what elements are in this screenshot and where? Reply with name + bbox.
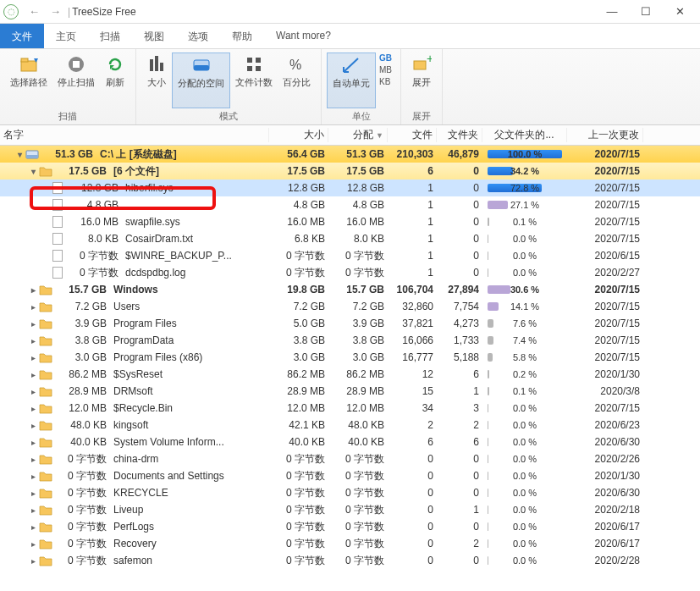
chevron-right-icon[interactable]: ▸ <box>27 302 39 312</box>
unit-mb[interactable]: MB <box>376 64 395 75</box>
table-row[interactable]: ▸0 字节数Liveup0 字节数0 字节数010.0 %2020/2/18 <box>0 501 700 518</box>
chevron-right-icon[interactable]: ▸ <box>27 370 39 379</box>
name-cell[interactable]: ▸3.9 GBProgram Files <box>0 318 269 329</box>
column-headers[interactable]: 名字 大小 分配 ▼ 文件 文件夹 父文件夹的... 上一次更改 <box>0 125 700 146</box>
auto-unit-button[interactable]: 自动单元 <box>327 52 376 108</box>
mode-size-button[interactable]: 大小 <box>141 52 172 108</box>
nav-fwd-icon[interactable]: → <box>45 5 66 18</box>
chevron-right-icon[interactable]: ▸ <box>27 455 39 464</box>
expand-button[interactable]: +展开 <box>406 52 437 108</box>
col-pct[interactable]: 父文件夹的... <box>482 128 567 142</box>
name-cell[interactable]: ▸3.0 GBProgram Files (x86) <box>0 351 269 363</box>
table-row[interactable]: ▸3.8 GBProgramData3.8 GB3.8 GB16,0661,73… <box>0 332 700 349</box>
name-cell[interactable]: ▸0 字节数china-drm <box>0 452 269 467</box>
mode-allocated-button[interactable]: 分配的空间 <box>172 52 230 108</box>
chevron-right-icon[interactable]: ▸ <box>27 438 39 447</box>
col-files[interactable]: 文件 <box>388 128 437 142</box>
table-row[interactable]: ▸0 字节数PerfLogs0 字节数0 字节数000.0 %2020/6/17 <box>0 518 700 535</box>
table-row[interactable]: ·8.0 KBCosairDram.txt6.8 KB8.0 KB100.0 %… <box>0 230 700 247</box>
table-row[interactable]: ▸0 字节数KRECYCLE0 字节数0 字节数000.0 %2020/6/30 <box>0 484 700 501</box>
table-row[interactable]: ·16.0 MBswapfile.sys16.0 MB16.0 MB100.1 … <box>0 213 700 230</box>
table-row[interactable]: ▸0 字节数safemon0 字节数0 字节数000.0 %2020/2/28 <box>0 552 700 569</box>
maximize-button[interactable]: ☐ <box>629 5 663 18</box>
name-cell[interactable]: ▾51.3 GBC:\ 上 [系统磁盘] <box>0 147 269 162</box>
chevron-right-icon[interactable]: ▸ <box>27 285 39 295</box>
name-cell[interactable]: ▸86.2 MB$SysReset <box>0 368 269 380</box>
tab-view[interactable]: 视图 <box>132 24 176 48</box>
name-cell[interactable]: ▸0 字节数PerfLogs <box>0 520 269 534</box>
chevron-right-icon[interactable]: ▸ <box>27 522 39 532</box>
name-cell[interactable]: ▸7.2 GBUsers <box>0 301 269 312</box>
chevron-right-icon[interactable]: ▸ <box>27 404 39 413</box>
table-row[interactable]: ▸0 字节数Documents and Settings0 字节数0 字节数00… <box>0 467 700 484</box>
table-row[interactable]: ▸86.2 MB$SysReset86.2 MB86.2 MB1260.2 %2… <box>0 366 700 383</box>
name-cell[interactable]: ▸28.9 MBDRMsoft <box>0 385 269 397</box>
chevron-right-icon[interactable]: ▸ <box>27 489 39 498</box>
col-folders[interactable]: 文件夹 <box>437 128 482 142</box>
chevron-right-icon[interactable]: ▸ <box>27 539 39 549</box>
unit-options[interactable]: GB MB KB <box>376 52 395 108</box>
tab-help[interactable]: 帮助 <box>220 24 264 48</box>
chevron-right-icon[interactable]: ▸ <box>27 472 39 481</box>
table-row[interactable]: ·12.8 GBhiberfil.sys12.8 GB12.8 GB1072.8… <box>0 180 700 196</box>
name-cell[interactable]: ·8.0 KBCosairDram.txt <box>0 233 269 245</box>
col-size[interactable]: 大小 <box>269 128 328 142</box>
table-row[interactable]: ·4.8 GB4.8 GB4.8 GB1027.1 %2020/7/15 <box>0 196 700 213</box>
table-row[interactable]: ▸48.0 KBkingsoft42.1 KB48.0 KB220.0 %202… <box>0 417 700 434</box>
table-row[interactable]: ▸28.9 MBDRMsoft28.9 MB28.9 MB1510.1 %202… <box>0 383 700 400</box>
refresh-button[interactable]: 刷新 <box>100 52 130 108</box>
table-row[interactable]: ▸3.9 GBProgram Files5.0 GB3.9 GB37,8214,… <box>0 315 700 332</box>
name-cell[interactable]: ▸40.0 KBSystem Volume Inform... <box>0 436 269 448</box>
chevron-down-icon[interactable]: ▾ <box>27 167 39 176</box>
table-row[interactable]: ▸0 字节数china-drm0 字节数0 字节数000.0 %2020/2/2… <box>0 450 700 467</box>
table-row[interactable]: ▸15.7 GBWindows19.8 GB15.7 GB106,70427,8… <box>0 281 700 298</box>
name-cell[interactable]: ▸0 字节数KRECYCLE <box>0 486 269 500</box>
name-cell[interactable]: ▸0 字节数Liveup <box>0 503 269 517</box>
mode-percent-button[interactable]: %百分比 <box>278 52 316 108</box>
table-row[interactable]: ▸12.0 MB$Recycle.Bin12.0 MB12.0 MB3430.0… <box>0 400 700 417</box>
stop-scan-button[interactable]: 停止扫描 <box>52 52 100 108</box>
table-row[interactable]: ·0 字节数dcdspdbg.log0 字节数0 字节数100.0 %2020/… <box>0 264 700 281</box>
table-row[interactable]: ▸7.2 GBUsers7.2 GB7.2 GB32,8607,75414.1 … <box>0 298 700 315</box>
chevron-right-icon[interactable]: ▸ <box>27 421 39 430</box>
name-cell[interactable]: ▸0 字节数safemon <box>0 554 269 568</box>
name-cell[interactable]: ·4.8 GB <box>0 199 269 211</box>
chevron-right-icon[interactable]: ▸ <box>27 387 39 396</box>
tab-file[interactable]: 文件 <box>0 24 44 48</box>
chevron-right-icon[interactable]: ▸ <box>27 353 39 362</box>
chevron-right-icon[interactable]: ▸ <box>27 505 39 515</box>
chevron-right-icon[interactable]: ▸ <box>27 556 39 566</box>
col-alloc[interactable]: 分配 ▼ <box>328 128 388 142</box>
col-name[interactable]: 名字 <box>0 128 269 142</box>
chevron-down-icon[interactable]: ▾ <box>14 150 25 159</box>
name-cell[interactable]: ▸48.0 KBkingsoft <box>0 419 269 431</box>
chevron-right-icon[interactable]: ▸ <box>27 336 39 345</box>
table-row[interactable]: ▸3.0 GBProgram Files (x86)3.0 GB3.0 GB16… <box>0 349 700 366</box>
col-date[interactable]: 上一次更改 <box>567 128 643 142</box>
mode-files-button[interactable]: 文件计数 <box>230 52 278 108</box>
name-cell[interactable]: ·0 字节数$WINRE_BACKUP_P... <box>0 249 269 263</box>
minimize-button[interactable]: — <box>595 5 629 18</box>
unit-kb[interactable]: KB <box>376 76 395 87</box>
chevron-right-icon[interactable]: ▸ <box>27 319 39 329</box>
table-row[interactable]: ▾51.3 GBC:\ 上 [系统磁盘]56.4 GB51.3 GB210,30… <box>0 146 700 163</box>
tree-view[interactable]: ▾51.3 GBC:\ 上 [系统磁盘]56.4 GB51.3 GB210,30… <box>0 146 700 569</box>
tab-wantmore[interactable]: Want more? <box>264 24 343 48</box>
unit-gb[interactable]: GB <box>376 52 395 64</box>
name-cell[interactable]: ·16.0 MBswapfile.sys <box>0 216 269 228</box>
table-row[interactable]: ▸40.0 KBSystem Volume Inform...40.0 KB40… <box>0 434 700 450</box>
name-cell[interactable]: ▾17.5 GB[6 个文件] <box>0 164 269 179</box>
table-row[interactable]: ▾17.5 GB[6 个文件]17.5 GB17.5 GB6034.2 %202… <box>0 163 700 180</box>
tab-home[interactable]: 主页 <box>44 24 88 48</box>
name-cell[interactable]: ▸12.0 MB$Recycle.Bin <box>0 402 269 414</box>
tab-options[interactable]: 选项 <box>176 24 220 48</box>
close-button[interactable]: ✕ <box>663 5 697 18</box>
table-row[interactable]: ▸0 字节数Recovery0 字节数0 字节数020.0 %2020/6/17 <box>0 535 700 552</box>
select-path-button[interactable]: ▾选择路径 <box>5 52 52 108</box>
name-cell[interactable]: ·12.8 GBhiberfil.sys <box>0 182 269 194</box>
name-cell[interactable]: ▸0 字节数Documents and Settings <box>0 469 269 483</box>
name-cell[interactable]: ·0 字节数dcdspdbg.log <box>0 266 269 280</box>
name-cell[interactable]: ▸15.7 GBWindows <box>0 284 269 296</box>
table-row[interactable]: ·0 字节数$WINRE_BACKUP_P...0 字节数0 字节数100.0 … <box>0 247 700 264</box>
tab-scan[interactable]: 扫描 <box>88 24 132 48</box>
